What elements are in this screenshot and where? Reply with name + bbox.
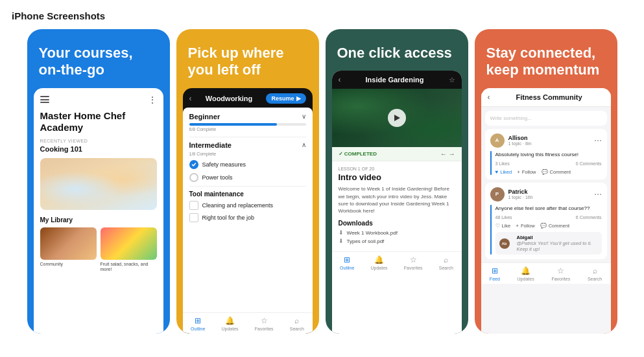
card-access: One click access ‹ Inside Gardening ☆ ✓ … bbox=[326, 29, 468, 334]
chevron-up-icon: ∧ bbox=[302, 141, 306, 148]
comment-icon1: 💬 bbox=[542, 169, 548, 175]
comment-button2[interactable]: 💬 Comment bbox=[540, 223, 570, 229]
post1-bar bbox=[490, 151, 492, 175]
bell-icon3: 🔔 bbox=[374, 255, 384, 264]
back-arrow-icon3: ‹ bbox=[339, 75, 341, 84]
liked-button[interactable]: ♥ Liked bbox=[495, 169, 512, 175]
recently-label: RECENTLY VIEWED bbox=[40, 139, 157, 143]
intermediate-section: Intermediate ∧ bbox=[189, 141, 306, 149]
follow-icon2: + bbox=[516, 223, 519, 229]
card3-bottom-nav: ⊞ Outline 🔔 Updates ☆ Favorites ⌕ Search bbox=[332, 251, 462, 273]
screen2-header: ‹ Woodworking Resume ▶ bbox=[183, 88, 313, 108]
nav-updates[interactable]: 🔔 Updates bbox=[221, 316, 238, 331]
like-button2[interactable]: ♡ Like bbox=[495, 223, 511, 229]
nav-feed[interactable]: ⊞ Feed bbox=[490, 266, 500, 281]
card-community: Stay connected, keep momentum ‹ Fitness … bbox=[475, 29, 617, 334]
nav-favorites[interactable]: ☆ Favorites bbox=[255, 316, 274, 331]
search-icon: ⌕ bbox=[294, 316, 299, 325]
card2-headline: Pick up where you left off bbox=[176, 29, 319, 88]
my-library-label: My Library bbox=[40, 216, 157, 224]
outline-icon: ⊞ bbox=[195, 316, 201, 325]
menu-icon bbox=[40, 96, 49, 103]
card1-headline: Your courses, on-the-go bbox=[27, 29, 170, 88]
lib-item-fruit[interactable]: Fruit salad, snacks, and more! bbox=[101, 227, 157, 273]
post2-meta: Patrick 1 topic · 16h bbox=[508, 189, 594, 200]
chevron-down-icon: ∨ bbox=[302, 113, 306, 120]
star-nav-icon3: ☆ bbox=[410, 255, 417, 264]
screen2-title: Woodworking bbox=[196, 95, 263, 102]
star-icon3: ☆ bbox=[449, 76, 455, 84]
post1-header: A Allison 1 topic · 8m ⋯ bbox=[490, 133, 602, 148]
nav-updates4[interactable]: 🔔 Updates bbox=[518, 266, 534, 281]
beginner-progress: 6/8 Complete bbox=[189, 123, 306, 132]
nav-outline[interactable]: ⊞ Outline bbox=[191, 316, 205, 331]
beginner-section: Beginner ∨ bbox=[189, 113, 306, 121]
download-icon1: ⬇ bbox=[339, 229, 344, 236]
screen3-header: ‹ Inside Gardening ☆ bbox=[332, 71, 462, 89]
follow-button2[interactable]: + Follow bbox=[516, 223, 534, 229]
card-resume: Pick up where you left off ‹ Woodworking… bbox=[176, 29, 319, 334]
nav-outline3[interactable]: ⊞ Outline bbox=[340, 255, 354, 270]
comment-icon2: 💬 bbox=[540, 223, 547, 229]
post2-stats: 48 Likes 6 Comments bbox=[495, 215, 602, 220]
download-workbook[interactable]: ⬇ Week 1 Workbook.pdf bbox=[339, 229, 455, 236]
nav-favorites3[interactable]: ☆ Favorites bbox=[404, 255, 423, 270]
post1-stats: 3 Likes 0 Comments bbox=[495, 161, 602, 166]
post2-bar bbox=[490, 205, 492, 255]
nav-search4[interactable]: ⌕ Search bbox=[588, 266, 602, 281]
screenshots-row: Your courses, on-the-go ⋮ Master Home Ch… bbox=[12, 29, 632, 334]
star-icon: ☆ bbox=[261, 316, 268, 325]
card1-screen: ⋮ Master Home Chef Academy RECENTLY VIEW… bbox=[34, 88, 163, 334]
post2-more-icon[interactable]: ⋯ bbox=[594, 190, 602, 199]
more-icon: ⋮ bbox=[148, 95, 157, 105]
comment-button1[interactable]: 💬 Comment bbox=[542, 169, 571, 175]
lib-caption-1: Community bbox=[40, 262, 97, 267]
nav-search[interactable]: ⌕ Search bbox=[290, 316, 304, 331]
nav-updates3[interactable]: 🔔 Updates bbox=[370, 255, 387, 270]
post1-more-icon[interactable]: ⋯ bbox=[594, 136, 602, 145]
feed-icon: ⊞ bbox=[492, 266, 498, 275]
circle-icon bbox=[189, 173, 198, 182]
school-name: Master Home Chef Academy bbox=[40, 110, 157, 133]
post1-meta: Allison 1 topic · 8m bbox=[508, 135, 594, 146]
doc-icon bbox=[189, 201, 198, 210]
download-icon2: ⬇ bbox=[339, 238, 344, 244]
post2-content: Anyone else feel sore after that course?… bbox=[495, 205, 602, 255]
follow-button1[interactable]: + Follow bbox=[517, 169, 536, 175]
play-button[interactable] bbox=[388, 109, 406, 127]
lesson-safety: Safety measures bbox=[189, 160, 306, 169]
star-icon4: ☆ bbox=[557, 266, 564, 275]
post1-actions: ♥ Liked + Follow 💬 Comment bbox=[495, 169, 602, 175]
write-input[interactable]: Write something... bbox=[485, 111, 607, 126]
lib-item-community[interactable]: Community bbox=[40, 227, 97, 273]
reply-text: Abigail @Patrick Yes!! You'll get used t… bbox=[517, 235, 598, 252]
course-image bbox=[40, 158, 157, 210]
nav-arrows-icon: ← → bbox=[440, 150, 455, 157]
course-title: Cooking 101 bbox=[40, 145, 157, 153]
check-icon bbox=[189, 160, 198, 169]
doc-icon2 bbox=[189, 213, 198, 222]
lib-caption-2: Fruit salad, snacks, and more! bbox=[101, 262, 157, 273]
nav-favorites4[interactable]: ☆ Favorites bbox=[551, 266, 570, 281]
card2-screen: ‹ Woodworking Resume ▶ Beginner ∨ 6/8 Co… bbox=[183, 88, 313, 334]
card4-bottom-nav: ⊞ Feed 🔔 Updates ☆ Favorites ⌕ Search bbox=[481, 262, 611, 284]
card4-screen: ‹ Fitness Community Write something... A… bbox=[481, 88, 611, 334]
lesson-power-tools: Power tools bbox=[189, 173, 306, 182]
screen4-header: ‹ Fitness Community bbox=[481, 88, 611, 107]
screen3-title: Inside Gardening bbox=[345, 76, 445, 84]
search-icon4: ⌕ bbox=[593, 266, 597, 275]
post2-body: Anyone else feel sore after that course?… bbox=[490, 205, 602, 255]
post-allison: A Allison 1 topic · 8m ⋯ Absolutely lovi… bbox=[485, 129, 607, 179]
lib-thumb-2 bbox=[101, 227, 157, 260]
download-soil[interactable]: ⬇ Types of soil.pdf bbox=[339, 238, 455, 244]
lib-thumb-1 bbox=[40, 227, 97, 260]
sub-lesson-right-tool: Right tool for the job bbox=[189, 213, 306, 222]
post1-body: Absolutely loving this fitness course! 3… bbox=[490, 151, 602, 175]
card4-headline: Stay connected, keep momentum bbox=[475, 29, 617, 88]
resume-button[interactable]: Resume ▶ bbox=[266, 93, 305, 104]
post2-header: P Patrick 1 topic · 16h ⋯ bbox=[490, 187, 602, 202]
nav-search3[interactable]: ⌕ Search bbox=[439, 255, 453, 270]
outline-icon3: ⊞ bbox=[344, 255, 350, 264]
heart-icon: ♥ bbox=[495, 169, 499, 175]
sub-lesson-cleaning: Cleaning and replacements bbox=[189, 201, 306, 210]
